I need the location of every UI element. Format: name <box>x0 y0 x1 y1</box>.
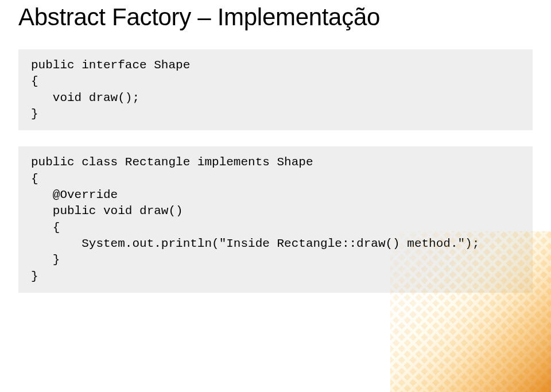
slide-title: Abstract Factory – Implementação <box>0 0 551 31</box>
code-block-rectangle: public class Rectangle implements Shape … <box>18 146 533 293</box>
code-block-interface: public interface Shape { void draw(); } <box>18 49 533 130</box>
